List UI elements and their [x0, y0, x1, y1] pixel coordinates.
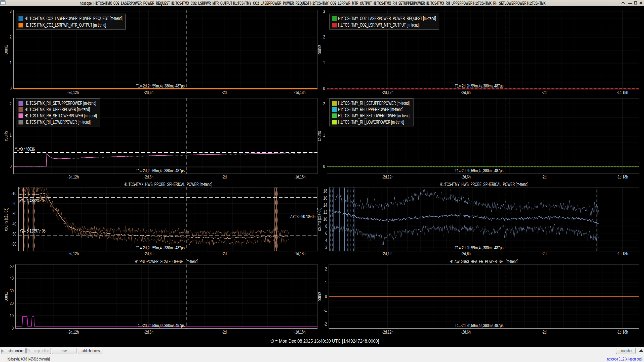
svg-text:-2d: -2d: [542, 174, 546, 179]
svg-text:-2d: -2d: [542, 90, 546, 95]
svg-text:-2d,12h: -2d,12h: [382, 90, 393, 95]
svg-text:4: 4: [325, 238, 327, 243]
svg-text:-50: -50: [11, 232, 16, 237]
svg-text:H1:TCS-ITMX_CO2_LSRPWR_MTR_OUT: H1:TCS-ITMX_CO2_LSRPWR_MTR_OUTPUT [m-tre…: [25, 22, 106, 28]
svg-text:T1=-2d,2h,59m,4s,380ms,487µs: T1=-2d,2h,59m,4s,380ms,487µs: [455, 168, 504, 173]
svg-text:T1=-2d,2h,59m,4s,380ms,487µs: T1=-2d,2h,59m,4s,380ms,487µs: [455, 323, 504, 328]
svg-text:0: 0: [325, 294, 327, 299]
svg-text:2: 2: [325, 245, 327, 250]
svg-text:30: 30: [10, 288, 14, 293]
svg-text:H1:TCS-ITMX_RH_UPPERPOWER [m-t: H1:TCS-ITMX_RH_UPPERPOWER [m-trend]: [25, 106, 90, 112]
svg-text:Y1=0.446636: Y1=0.446636: [15, 146, 35, 152]
svg-text:-2d,12h: -2d,12h: [67, 251, 79, 256]
svg-text:-2d,12h: -2d,12h: [67, 330, 79, 335]
svg-text:H1:TCS-ITMX_HWS_PROBE_SPHERICA: H1:TCS-ITMX_HWS_PROBE_SPHERICAL_POWER [m…: [124, 182, 212, 187]
svg-text:counts (x1e-06): counts (x1e-06): [316, 208, 322, 231]
svg-text:-2d,12h: -2d,12h: [67, 174, 79, 179]
svg-text:2: 2: [325, 266, 327, 272]
svg-text:2: 2: [10, 101, 12, 106]
svg-text:Y2=-5.12397e-05: Y2=-5.12397e-05: [20, 228, 46, 234]
svg-text:0: 0: [10, 164, 12, 169]
svg-text:-2d: -2d: [542, 251, 546, 256]
svg-text:8: 8: [325, 224, 327, 229]
svg-text:H1:TCS-ITMY_HWS_PROBE_SPHERICA: H1:TCS-ITMY_HWS_PROBE_SPHERICAL_POWER [m…: [440, 182, 528, 187]
svg-text:H1:TCS-ITMX_CO2_LASERPOWER_POW: H1:TCS-ITMX_CO2_LASERPOWER_POWER_REQUEST…: [25, 15, 123, 21]
svg-text:1: 1: [325, 280, 327, 285]
svg-text:-2d,6h: -2d,6h: [144, 174, 153, 179]
svg-text:ΔY=3.69073e-05: ΔY=3.69073e-05: [290, 213, 315, 219]
svg-text:10: 10: [323, 217, 327, 222]
svg-text:T1=-2d,2h,59m,4s,380ms,487µs: T1=-2d,2h,59m,4s,380ms,487µs: [455, 83, 504, 88]
svg-text:-2d: -2d: [222, 330, 227, 335]
svg-text:0: 0: [10, 86, 12, 91]
svg-text:-1d,18h: -1d,18h: [294, 90, 305, 95]
svg-text:-2d,12h: -2d,12h: [67, 90, 79, 95]
svg-text:H1:PSL-POWER_SCALE_OFFSET [m-t: H1:PSL-POWER_SCALE_OFFSET [m-trend]: [135, 259, 198, 264]
svg-text:H1:TCS-ITMX_RH_LOWERPOWER [m-t: H1:TCS-ITMX_RH_LOWERPOWER [m-trend]: [25, 119, 91, 125]
svg-text:3: 3: [10, 9, 12, 14]
svg-text:1: 1: [323, 133, 325, 138]
svg-text:counts: counts: [3, 45, 9, 55]
svg-text:1: 1: [323, 60, 325, 65]
svg-text:-20: -20: [11, 201, 16, 206]
svg-text:50: 50: [10, 263, 14, 268]
svg-text:1: 1: [10, 60, 12, 65]
svg-text:-2d,12h: -2d,12h: [382, 174, 393, 179]
svg-text:T1=-2d,2h,59m,4s,380ms,487µs: T1=-2d,2h,59m,4s,380ms,487µs: [136, 168, 185, 173]
svg-text:2: 2: [10, 34, 12, 39]
svg-text:H1:TCS-ITMY_CO2_LSRPWR_MTR_OUT: H1:TCS-ITMY_CO2_LSRPWR_MTR_OUTPUT [m-tre…: [338, 22, 420, 28]
svg-text:-60: -60: [11, 242, 16, 247]
svg-text:t0 = Mon Dec 08 2025 16:40:30: t0 = Mon Dec 08 2025 16:40:30 UTC [14492…: [270, 338, 379, 344]
svg-text:-1d,18h: -1d,18h: [617, 174, 628, 179]
svg-text:-1d,18h: -1d,18h: [617, 90, 628, 95]
svg-text:H1:TCS-ITMX_RH_SETUPPERPOWER [: H1:TCS-ITMX_RH_SETUPPERPOWER [m-trend]: [25, 100, 96, 106]
svg-text:6: 6: [325, 231, 327, 236]
svg-text:1: 1: [10, 133, 12, 138]
svg-text:H1:TCS-ITMY_RH_SETUPPERPOWER [: H1:TCS-ITMY_RH_SETUPPERPOWER [m-trend]: [338, 100, 410, 106]
svg-text:-2d,6h: -2d,6h: [144, 251, 153, 256]
svg-text:T1=-2d,2h,59m,4s,380ms,487µs: T1=-2d,2h,59m,4s,380ms,487µs: [455, 245, 504, 250]
svg-text:H1:TCS-ITMX_RH_SETLOWERPOWER [: H1:TCS-ITMX_RH_SETLOWERPOWER [m-trend]: [25, 113, 97, 119]
svg-text:-2d: -2d: [222, 251, 227, 256]
svg-text:-2d: -2d: [222, 174, 227, 179]
svg-text:16: 16: [323, 196, 327, 201]
svg-text:18: 18: [323, 189, 327, 194]
svg-text:-2d,6h: -2d,6h: [461, 174, 471, 179]
svg-text:H1:TCS-ITMY_CO2_LASERPOWER_POW: H1:TCS-ITMY_CO2_LASERPOWER_POWER_REQUEST…: [338, 15, 436, 21]
svg-text:-2d,6h: -2d,6h: [461, 90, 471, 95]
svg-text:H1:AWC-SR3_HEATER_POWER_SET [m: H1:AWC-SR3_HEATER_POWER_SET [m-trend]: [450, 259, 518, 264]
svg-text:counts: counts: [316, 292, 322, 301]
svg-text:H1:TCS-ITMY_RH_SETLOWERPOWER [: H1:TCS-ITMY_RH_SETLOWERPOWER [m-trend]: [338, 113, 410, 119]
svg-text:-2d,6h: -2d,6h: [144, 330, 153, 335]
svg-text:-1d,18h: -1d,18h: [617, 251, 628, 256]
svg-text:T1=-2d,2h,59m,4s,380ms,487µs: T1=-2d,2h,59m,4s,380ms,487µs: [136, 83, 185, 88]
svg-text:-1d,18h: -1d,18h: [294, 330, 305, 335]
svg-text:-2d,12h: -2d,12h: [382, 330, 393, 335]
svg-text:0: 0: [323, 164, 325, 169]
svg-text:counts: counts: [316, 45, 322, 55]
svg-text:counts: counts: [3, 292, 9, 301]
svg-text:0: 0: [323, 86, 325, 91]
svg-text:0: 0: [12, 326, 14, 331]
svg-text:12: 12: [323, 210, 327, 215]
svg-text:-40: -40: [11, 221, 16, 227]
svg-text:10: 10: [10, 313, 14, 318]
svg-text:T1=-2d,2h,59m,4s,380ms,487µs: T1=-2d,2h,59m,4s,380ms,487µs: [136, 323, 185, 328]
svg-text:-1d,18h: -1d,18h: [294, 251, 305, 256]
svg-text:counts (x1e-06): counts (x1e-06): [3, 208, 9, 231]
svg-text:-1: -1: [324, 308, 327, 313]
svg-text:3: 3: [323, 9, 325, 14]
svg-text:T1=-2d,2h,59m,4s,380ms,487µs: T1=-2d,2h,59m,4s,380ms,487µs: [136, 245, 185, 250]
svg-text:2: 2: [323, 34, 325, 39]
svg-text:-2d,6h: -2d,6h: [461, 330, 471, 335]
svg-text:-1d,18h: -1d,18h: [617, 330, 628, 335]
svg-text:counts: counts: [3, 131, 9, 141]
svg-text:-30: -30: [11, 211, 16, 216]
svg-text:40: 40: [10, 276, 14, 281]
svg-text:-2d,12h: -2d,12h: [382, 251, 393, 256]
svg-text:-1d,18h: -1d,18h: [294, 174, 305, 179]
svg-text:-2d: -2d: [542, 330, 546, 335]
svg-text:H1:TCS-ITMY_RH_UPPERPOWER [m-t: H1:TCS-ITMY_RH_UPPERPOWER [m-trend]: [338, 106, 404, 112]
svg-text:H1:TCS-ITMY_RH_LOWERPOWER [m-t: H1:TCS-ITMY_RH_LOWERPOWER [m-trend]: [338, 119, 404, 125]
svg-text:2: 2: [323, 101, 325, 106]
